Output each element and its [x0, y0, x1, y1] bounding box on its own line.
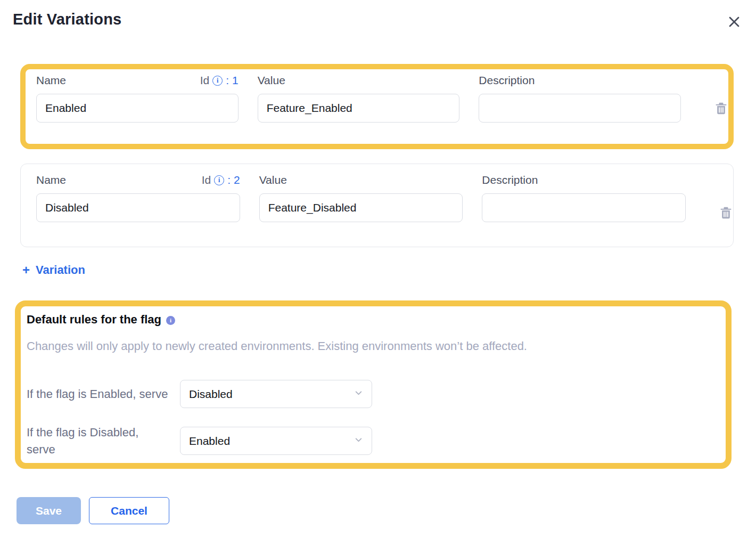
save-button[interactable]: Save: [17, 497, 81, 524]
variation-2-value-field: Value: [259, 173, 463, 222]
default-rules-section: Default rules for the flag i Changes wil…: [15, 300, 732, 469]
modal-footer: Save Cancel: [17, 497, 756, 524]
close-icon: [727, 22, 741, 30]
variation-1-name-input[interactable]: [36, 94, 239, 123]
variation-1-value-field: Value: [258, 74, 460, 123]
variation-2-name-input[interactable]: [36, 193, 240, 222]
rule-disabled-label: If the flag is Disabled, serve: [27, 424, 180, 458]
serve-when-enabled-select[interactable]: Disabled: [180, 380, 372, 408]
delete-variation-1-button[interactable]: [714, 101, 728, 116]
id-value: 1: [232, 74, 239, 87]
plus-icon: +: [22, 264, 30, 276]
default-rules-note: Changes will only apply to newly created…: [27, 339, 726, 353]
description-label: Description: [482, 174, 538, 186]
page-title: Edit Variations: [13, 11, 121, 28]
id-label: Id: [200, 74, 210, 87]
value-label: Value: [258, 74, 285, 87]
variation-1-name-field: Name Id i : 1: [36, 74, 239, 123]
rule-row-disabled: If the flag is Disabled, serve Enabled: [27, 424, 726, 458]
variation-card-2: Name Id i : 2 Value Description: [20, 164, 734, 247]
variation-2-description-field: Description: [482, 173, 686, 222]
rule-enabled-label: If the flag is Enabled, serve: [27, 386, 180, 403]
chevron-down-icon: [354, 388, 363, 400]
selected-value: Enabled: [189, 435, 230, 448]
modal-header: Edit Variations: [0, 0, 756, 30]
add-variation-label: Variation: [36, 263, 85, 277]
id-separator: :: [227, 174, 231, 186]
variation-2-value-input[interactable]: [259, 193, 463, 222]
variation-1-description-input[interactable]: [479, 94, 681, 123]
name-label: Name: [36, 74, 66, 87]
info-icon[interactable]: i: [214, 175, 224, 185]
description-label: Description: [479, 74, 535, 87]
name-label: Name: [36, 174, 66, 186]
info-icon[interactable]: i: [166, 316, 175, 325]
variation-2-description-input[interactable]: [482, 193, 686, 222]
selected-value: Disabled: [189, 388, 233, 401]
trash-icon: [714, 109, 728, 117]
add-variation-button[interactable]: + Variation: [22, 263, 85, 277]
delete-variation-2-button[interactable]: [719, 206, 733, 220]
variation-2-id: Id i : 2: [202, 174, 240, 186]
close-button[interactable]: [726, 14, 742, 30]
variation-card-1: Name Id i : 1 Value Description: [20, 64, 734, 149]
value-label: Value: [259, 174, 287, 186]
serve-when-disabled-select[interactable]: Enabled: [180, 427, 372, 455]
chevron-down-icon: [354, 435, 363, 446]
id-label: Id: [202, 174, 211, 186]
trash-icon: [719, 214, 733, 222]
id-separator: :: [226, 74, 229, 87]
variation-1-description-field: Description: [479, 74, 681, 123]
variation-1-value-input[interactable]: [258, 94, 460, 123]
rule-row-enabled: If the flag is Enabled, serve Disabled: [27, 380, 726, 408]
variation-2-name-field: Name Id i : 2: [36, 173, 240, 222]
default-rules-rows: If the flag is Enabled, serve Disabled I…: [27, 380, 726, 458]
variation-1-id: Id i : 1: [200, 74, 239, 87]
default-rules-title: Default rules for the flag: [27, 313, 161, 327]
info-icon[interactable]: i: [212, 76, 223, 86]
id-value: 2: [234, 174, 240, 186]
cancel-button[interactable]: Cancel: [89, 497, 169, 524]
edit-variations-modal: Edit Variations Name Id i : 1 Value: [0, 0, 756, 524]
